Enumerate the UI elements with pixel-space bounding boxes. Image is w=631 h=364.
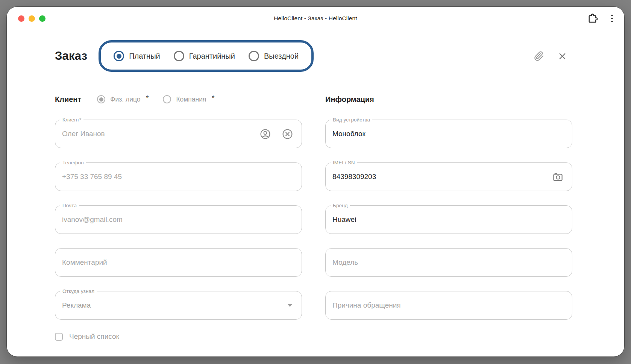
- blacklist-label: Черный список: [69, 332, 119, 341]
- client-section: Клиент Физ. лицо* Компания*: [55, 94, 302, 341]
- device-type-field: Вид устройства: [325, 120, 572, 148]
- source-select-value[interactable]: Реклама: [55, 301, 287, 309]
- entity-type-label: Компания: [176, 96, 206, 103]
- entity-type-label: Физ. лицо: [110, 96, 140, 103]
- imei-input[interactable]: [326, 163, 552, 191]
- entity-type-person[interactable]: Физ. лицо*: [97, 95, 149, 103]
- app-window: HelloClient - Заказ - HelloClient Заказ: [7, 7, 624, 356]
- source-field[interactable]: Откуда узнал Реклама: [55, 291, 302, 320]
- attachment-icon[interactable]: [534, 51, 544, 61]
- client-name-field: Клиент*: [55, 120, 302, 148]
- info-section: Информация Вид устройства IMEI / SN: [325, 94, 572, 341]
- entity-type-company[interactable]: Компания*: [163, 95, 214, 103]
- model-input[interactable]: [326, 249, 572, 276]
- radio-selected-icon[interactable]: [97, 95, 105, 103]
- source-label: Откуда узнал: [60, 288, 97, 294]
- brand-field: Бренд: [325, 205, 572, 234]
- client-section-title: Клиент: [55, 95, 81, 104]
- device-type-input[interactable]: [326, 120, 572, 148]
- order-type-label: Платный: [129, 52, 160, 61]
- order-actions: [534, 51, 572, 61]
- camera-icon[interactable]: [552, 171, 564, 183]
- imei-field: IMEI / SN: [325, 162, 572, 191]
- reason-input[interactable]: [326, 291, 572, 319]
- imei-label: IMEI / SN: [331, 159, 357, 166]
- more-menu-icon[interactable]: [610, 13, 614, 24]
- comment-input[interactable]: [55, 249, 302, 276]
- window-title: HelloClient - Заказ - HelloClient: [7, 15, 624, 22]
- order-type-paid[interactable]: Платный: [114, 51, 160, 61]
- client-name-input[interactable]: [55, 120, 259, 148]
- info-section-title: Информация: [325, 95, 374, 104]
- phone-input[interactable]: [55, 163, 302, 191]
- brand-input[interactable]: [326, 206, 572, 234]
- radio-unselected-icon[interactable]: [174, 51, 184, 61]
- extensions-icon[interactable]: [588, 13, 599, 24]
- clear-client-icon[interactable]: [282, 128, 293, 140]
- order-type-label: Выездной: [264, 52, 299, 61]
- order-form: Заказ Платный Гарантийный Выездной: [7, 30, 624, 341]
- titlebar-actions: [588, 7, 614, 30]
- page-title: Заказ: [55, 49, 87, 63]
- comment-field: [55, 248, 302, 277]
- order-type-label: Гарантийный: [189, 52, 235, 61]
- client-entity-type-group: Физ. лицо* Компания*: [97, 95, 214, 103]
- account-circle-icon[interactable]: [259, 128, 271, 140]
- device-type-label: Вид устройства: [331, 117, 372, 123]
- model-field: [325, 248, 572, 277]
- email-input[interactable]: [55, 206, 302, 234]
- order-type-group: Платный Гарантийный Выездной: [99, 40, 314, 72]
- radio-unselected-icon[interactable]: [163, 95, 171, 103]
- order-type-onsite[interactable]: Выездной: [249, 51, 299, 61]
- radio-unselected-icon[interactable]: [249, 51, 259, 61]
- blacklist-row[interactable]: Черный список: [55, 332, 302, 341]
- desktop-background: HelloClient - Заказ - HelloClient Заказ: [0, 0, 631, 364]
- required-mark: *: [212, 94, 215, 102]
- required-mark: *: [146, 94, 149, 102]
- blacklist-checkbox[interactable]: [55, 333, 63, 341]
- radio-selected-icon[interactable]: [114, 51, 124, 61]
- brand-label: Бренд: [331, 202, 350, 209]
- close-icon[interactable]: [558, 52, 567, 61]
- client-name-label: Клиент*: [60, 117, 83, 123]
- phone-label: Телефон: [60, 159, 86, 166]
- titlebar: HelloClient - Заказ - HelloClient: [7, 7, 624, 30]
- email-label: Почта: [60, 202, 79, 209]
- order-type-warranty[interactable]: Гарантийный: [174, 51, 235, 61]
- chevron-down-icon[interactable]: [287, 304, 293, 307]
- order-header: Заказ Платный Гарантийный Выездной: [55, 40, 572, 72]
- reason-field: [325, 291, 572, 320]
- phone-field: Телефон: [55, 162, 302, 191]
- email-field: Почта: [55, 205, 302, 234]
